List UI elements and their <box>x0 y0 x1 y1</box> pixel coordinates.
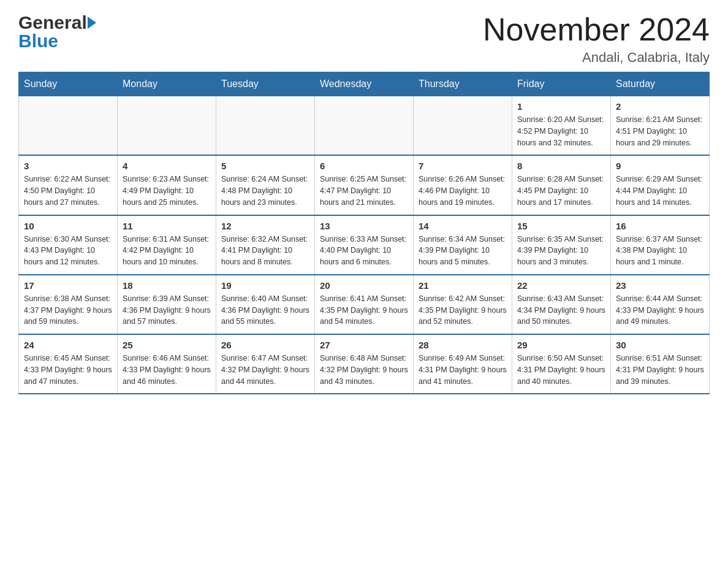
day-number: 21 <box>419 280 507 291</box>
calendar-day-cell: 26Sunrise: 6:47 AM Sunset: 4:32 PM Dayli… <box>216 334 315 394</box>
calendar-day-cell: 14Sunrise: 6:34 AM Sunset: 4:39 PM Dayli… <box>414 215 512 275</box>
day-info: Sunrise: 6:50 AM Sunset: 4:31 PM Dayligh… <box>517 353 605 387</box>
calendar-week-row: 1Sunrise: 6:20 AM Sunset: 4:52 PM Daylig… <box>19 96 710 156</box>
day-of-week-header: Wednesday <box>315 72 414 96</box>
day-number: 9 <box>616 161 704 171</box>
page-header: General Blue November 2024 Andali, Calab… <box>18 12 710 66</box>
day-info: Sunrise: 6:47 AM Sunset: 4:32 PM Dayligh… <box>221 353 309 387</box>
day-info: Sunrise: 6:32 AM Sunset: 4:41 PM Dayligh… <box>221 234 309 268</box>
day-info: Sunrise: 6:49 AM Sunset: 4:31 PM Dayligh… <box>419 353 507 387</box>
calendar-day-cell: 27Sunrise: 6:48 AM Sunset: 4:32 PM Dayli… <box>315 334 414 394</box>
day-info: Sunrise: 6:37 AM Sunset: 4:38 PM Dayligh… <box>616 234 704 268</box>
day-number: 8 <box>517 161 605 171</box>
calendar-day-cell <box>216 96 315 156</box>
day-info: Sunrise: 6:46 AM Sunset: 4:33 PM Dayligh… <box>123 353 211 387</box>
day-info: Sunrise: 6:23 AM Sunset: 4:49 PM Dayligh… <box>123 174 211 208</box>
calendar-day-cell: 15Sunrise: 6:35 AM Sunset: 4:39 PM Dayli… <box>512 215 611 275</box>
day-number: 16 <box>616 221 704 231</box>
day-number: 1 <box>517 101 605 112</box>
day-info: Sunrise: 6:42 AM Sunset: 4:35 PM Dayligh… <box>419 293 507 327</box>
day-number: 11 <box>123 221 211 231</box>
day-info: Sunrise: 6:43 AM Sunset: 4:34 PM Dayligh… <box>517 293 605 327</box>
day-info: Sunrise: 6:22 AM Sunset: 4:50 PM Dayligh… <box>24 174 112 208</box>
day-of-week-header: Friday <box>512 72 611 96</box>
calendar-day-cell <box>19 96 118 156</box>
day-info: Sunrise: 6:26 AM Sunset: 4:46 PM Dayligh… <box>419 174 507 208</box>
month-title: November 2024 <box>483 12 710 47</box>
day-info: Sunrise: 6:51 AM Sunset: 4:31 PM Dayligh… <box>616 353 704 387</box>
day-number: 29 <box>517 340 605 350</box>
day-number: 7 <box>419 161 507 171</box>
day-info: Sunrise: 6:25 AM Sunset: 4:47 PM Dayligh… <box>320 174 408 208</box>
calendar-day-cell: 2Sunrise: 6:21 AM Sunset: 4:51 PM Daylig… <box>611 96 710 156</box>
day-of-week-header: Monday <box>118 72 216 96</box>
day-number: 17 <box>24 280 112 291</box>
day-number: 18 <box>123 280 211 291</box>
day-info: Sunrise: 6:34 AM Sunset: 4:39 PM Dayligh… <box>419 234 507 268</box>
day-number: 19 <box>221 280 309 291</box>
day-info: Sunrise: 6:40 AM Sunset: 4:36 PM Dayligh… <box>221 293 309 327</box>
day-number: 26 <box>221 340 309 350</box>
day-number: 23 <box>616 280 704 291</box>
day-number: 15 <box>517 221 605 231</box>
day-info: Sunrise: 6:30 AM Sunset: 4:43 PM Dayligh… <box>24 234 112 268</box>
day-number: 25 <box>123 340 211 350</box>
location-subtitle: Andali, Calabria, Italy <box>483 50 710 66</box>
calendar-day-cell: 13Sunrise: 6:33 AM Sunset: 4:40 PM Dayli… <box>315 215 414 275</box>
calendar-day-cell: 21Sunrise: 6:42 AM Sunset: 4:35 PM Dayli… <box>414 275 512 334</box>
calendar-day-cell: 5Sunrise: 6:24 AM Sunset: 4:48 PM Daylig… <box>216 155 315 215</box>
logo-blue-text: Blue <box>18 31 58 52</box>
calendar-week-row: 3Sunrise: 6:22 AM Sunset: 4:50 PM Daylig… <box>19 155 710 215</box>
calendar-day-cell: 19Sunrise: 6:40 AM Sunset: 4:36 PM Dayli… <box>216 275 315 334</box>
calendar-table: SundayMondayTuesdayWednesdayThursdayFrid… <box>18 72 710 394</box>
calendar-day-cell: 18Sunrise: 6:39 AM Sunset: 4:36 PM Dayli… <box>118 275 216 334</box>
day-info: Sunrise: 6:20 AM Sunset: 4:52 PM Dayligh… <box>517 114 605 148</box>
day-info: Sunrise: 6:33 AM Sunset: 4:40 PM Dayligh… <box>320 234 408 268</box>
day-info: Sunrise: 6:31 AM Sunset: 4:42 PM Dayligh… <box>123 234 211 268</box>
calendar-day-cell: 11Sunrise: 6:31 AM Sunset: 4:42 PM Dayli… <box>118 215 216 275</box>
day-number: 10 <box>24 221 112 231</box>
logo-general-text: General <box>18 12 96 33</box>
day-number: 30 <box>616 340 704 350</box>
calendar-day-cell: 8Sunrise: 6:28 AM Sunset: 4:45 PM Daylig… <box>512 155 611 215</box>
calendar-week-row: 24Sunrise: 6:45 AM Sunset: 4:33 PM Dayli… <box>19 334 710 394</box>
day-number: 14 <box>419 221 507 231</box>
calendar-day-cell: 6Sunrise: 6:25 AM Sunset: 4:47 PM Daylig… <box>315 155 414 215</box>
day-of-week-header: Thursday <box>414 72 512 96</box>
day-info: Sunrise: 6:41 AM Sunset: 4:35 PM Dayligh… <box>320 293 408 327</box>
day-of-week-header: Saturday <box>611 72 710 96</box>
day-number: 20 <box>320 280 408 291</box>
day-info: Sunrise: 6:39 AM Sunset: 4:36 PM Dayligh… <box>123 293 211 327</box>
logo: General Blue <box>18 12 96 52</box>
calendar-day-cell: 29Sunrise: 6:50 AM Sunset: 4:31 PM Dayli… <box>512 334 611 394</box>
calendar-day-cell: 7Sunrise: 6:26 AM Sunset: 4:46 PM Daylig… <box>414 155 512 215</box>
logo-arrow-icon <box>88 17 96 29</box>
calendar-day-cell: 1Sunrise: 6:20 AM Sunset: 4:52 PM Daylig… <box>512 96 611 156</box>
calendar-day-cell: 17Sunrise: 6:38 AM Sunset: 4:37 PM Dayli… <box>19 275 118 334</box>
day-number: 2 <box>616 101 704 112</box>
day-info: Sunrise: 6:28 AM Sunset: 4:45 PM Dayligh… <box>517 174 605 208</box>
calendar-day-cell: 4Sunrise: 6:23 AM Sunset: 4:49 PM Daylig… <box>118 155 216 215</box>
day-info: Sunrise: 6:44 AM Sunset: 4:33 PM Dayligh… <box>616 293 704 327</box>
day-info: Sunrise: 6:38 AM Sunset: 4:37 PM Dayligh… <box>24 293 112 327</box>
day-number: 5 <box>221 161 309 171</box>
day-number: 27 <box>320 340 408 350</box>
calendar-week-row: 10Sunrise: 6:30 AM Sunset: 4:43 PM Dayli… <box>19 215 710 275</box>
calendar-day-cell: 30Sunrise: 6:51 AM Sunset: 4:31 PM Dayli… <box>611 334 710 394</box>
day-number: 24 <box>24 340 112 350</box>
day-number: 4 <box>123 161 211 171</box>
day-info: Sunrise: 6:48 AM Sunset: 4:32 PM Dayligh… <box>320 353 408 387</box>
day-number: 22 <box>517 280 605 291</box>
calendar-day-cell <box>414 96 512 156</box>
calendar-day-cell: 24Sunrise: 6:45 AM Sunset: 4:33 PM Dayli… <box>19 334 118 394</box>
day-info: Sunrise: 6:29 AM Sunset: 4:44 PM Dayligh… <box>616 174 704 208</box>
calendar-day-cell <box>118 96 216 156</box>
calendar-day-cell: 12Sunrise: 6:32 AM Sunset: 4:41 PM Dayli… <box>216 215 315 275</box>
calendar-day-cell: 3Sunrise: 6:22 AM Sunset: 4:50 PM Daylig… <box>19 155 118 215</box>
day-number: 3 <box>24 161 112 171</box>
day-number: 12 <box>221 221 309 231</box>
calendar-day-cell: 25Sunrise: 6:46 AM Sunset: 4:33 PM Dayli… <box>118 334 216 394</box>
day-of-week-header: Tuesday <box>216 72 315 96</box>
calendar-day-cell: 10Sunrise: 6:30 AM Sunset: 4:43 PM Dayli… <box>19 215 118 275</box>
calendar-day-cell: 9Sunrise: 6:29 AM Sunset: 4:44 PM Daylig… <box>611 155 710 215</box>
